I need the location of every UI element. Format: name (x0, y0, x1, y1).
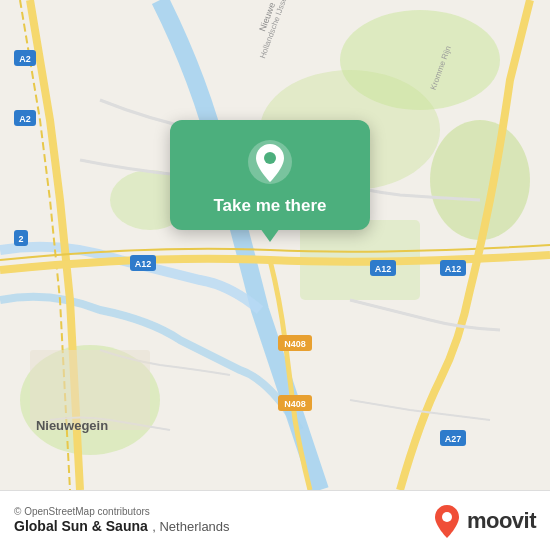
country-name: , Netherlands (152, 519, 229, 534)
svg-text:A27: A27 (445, 434, 462, 444)
footer-bar: © OpenStreetMap contributors Global Sun … (0, 490, 550, 550)
navigation-popup[interactable]: Take me there (170, 120, 370, 230)
map-container: A2 A2 2 A12 A12 A12 N408 N408 A27 Nieuwe… (0, 0, 550, 490)
svg-point-31 (264, 152, 276, 164)
svg-text:A2: A2 (19, 54, 31, 64)
svg-text:N408: N408 (284, 339, 306, 349)
svg-text:Nieuwegein: Nieuwegein (36, 418, 108, 433)
svg-text:N408: N408 (284, 399, 306, 409)
take-me-there-button[interactable]: Take me there (213, 196, 326, 216)
location-pin-icon (246, 138, 294, 186)
svg-text:A12: A12 (375, 264, 392, 274)
svg-text:A12: A12 (445, 264, 462, 274)
svg-point-32 (442, 512, 452, 522)
place-name: Global Sun & Sauna (14, 518, 148, 534)
svg-text:A2: A2 (19, 114, 31, 124)
svg-point-2 (430, 120, 530, 240)
moovit-logo: moovit (433, 504, 536, 538)
copyright-text: © OpenStreetMap contributors (14, 506, 230, 517)
moovit-pin-icon (433, 504, 461, 538)
moovit-text: moovit (467, 508, 536, 534)
svg-text:A12: A12 (135, 259, 152, 269)
footer-info: © OpenStreetMap contributors Global Sun … (14, 506, 230, 535)
svg-text:2: 2 (18, 234, 23, 244)
